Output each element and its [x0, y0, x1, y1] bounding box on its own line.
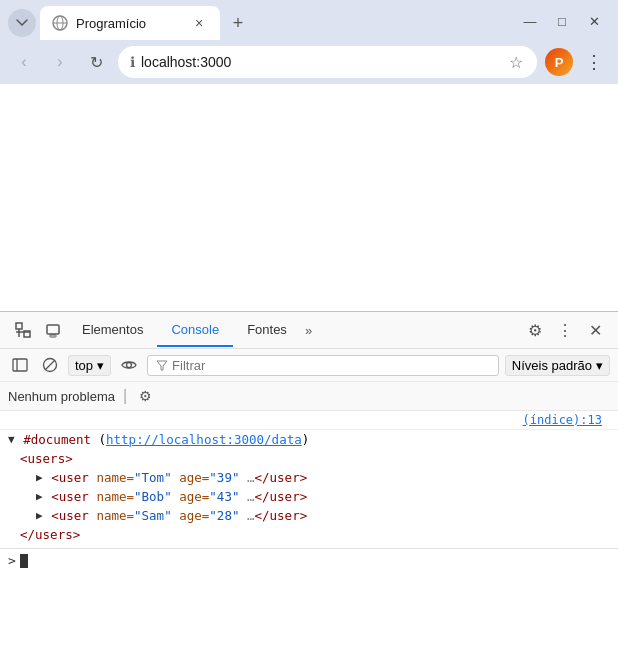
- browser-chrome: Programício × + — □ ✕ ‹ › ↻ ℹ localhost:…: [0, 0, 618, 84]
- document-toggle[interactable]: ▼: [8, 433, 21, 446]
- devtools-menu-btn[interactable]: ⋮: [550, 312, 580, 348]
- inspect-element-btn[interactable]: [8, 312, 38, 348]
- device-toggle-btn[interactable]: [38, 312, 68, 348]
- filter-input[interactable]: [172, 358, 490, 373]
- log-level-selector[interactable]: Níveis padrão ▾: [505, 355, 610, 376]
- document-link[interactable]: http://localhost:3000/data: [106, 432, 302, 447]
- console-input-row[interactable]: >: [0, 548, 618, 572]
- svg-marker-14: [157, 361, 167, 370]
- reload-btn[interactable]: ↻: [82, 48, 110, 76]
- svg-line-12: [45, 360, 55, 370]
- console-prompt: >: [8, 553, 16, 568]
- console-sidebar-btn[interactable]: [8, 353, 32, 377]
- close-window-btn[interactable]: ✕: [586, 14, 602, 29]
- page-content: [0, 84, 618, 311]
- tab-dropdown-btn[interactable]: [8, 9, 36, 37]
- users-close-row: </users>: [0, 525, 618, 544]
- devtools-panel: Elementos Console Fontes » ⚙ ⋮ ✕ top ▾: [0, 311, 618, 651]
- issues-settings-btn[interactable]: ⚙: [135, 386, 155, 406]
- tab-close-btn[interactable]: ×: [190, 14, 208, 32]
- bookmark-btn[interactable]: ☆: [507, 51, 525, 74]
- address-text: localhost:3000: [141, 54, 501, 70]
- window-controls: — □ ✕: [522, 14, 610, 33]
- document-row: ▼ #document (http://localhost:3000/data): [0, 430, 618, 449]
- more-tabs-btn[interactable]: »: [301, 315, 316, 346]
- user-2-toggle[interactable]: ▶: [36, 509, 49, 522]
- clear-console-btn[interactable]: [38, 353, 62, 377]
- console-cursor: [20, 554, 28, 568]
- context-selector[interactable]: top ▾: [68, 355, 111, 376]
- info-icon: ℹ: [130, 54, 135, 70]
- active-tab[interactable]: Programício ×: [40, 6, 220, 40]
- browser-menu-btn[interactable]: ⋮: [581, 49, 608, 75]
- devtools-issues-bar: Nenhum problema | ⚙: [0, 382, 618, 411]
- minimize-btn[interactable]: —: [522, 14, 538, 29]
- devtools-close-btn[interactable]: ✕: [580, 312, 610, 348]
- users-open-row: <users>: [0, 449, 618, 468]
- tab-fontes[interactable]: Fontes: [233, 314, 301, 347]
- console-index-ref[interactable]: (índice):13: [523, 413, 602, 427]
- back-btn[interactable]: ‹: [10, 48, 38, 76]
- svg-rect-8: [50, 335, 56, 337]
- tab-console[interactable]: Console: [157, 314, 233, 347]
- address-bar: ‹ › ↻ ℹ localhost:3000 ☆ P ⋮: [0, 40, 618, 84]
- svg-point-13: [127, 363, 132, 368]
- console-filter[interactable]: [147, 355, 499, 376]
- filter-icon: [156, 359, 168, 371]
- console-output: (índice):13 ▼ #document (http://localhos…: [0, 411, 618, 651]
- profile-btn[interactable]: P: [545, 48, 573, 76]
- user-0-toggle[interactable]: ▶: [36, 471, 49, 484]
- devtools-tab-bar: Elementos Console Fontes » ⚙ ⋮ ✕: [0, 312, 618, 349]
- user-1-toggle[interactable]: ▶: [36, 490, 49, 503]
- svg-rect-9: [13, 359, 27, 371]
- devtools-console-toolbar: top ▾ Níveis padrão ▾: [0, 349, 618, 382]
- user-row-1: ▶ <user name="Bob" age="43" … </user>: [0, 487, 618, 506]
- forward-btn[interactable]: ›: [46, 48, 74, 76]
- address-input-wrap[interactable]: ℹ localhost:3000 ☆: [118, 46, 537, 78]
- devtools-settings-btn[interactable]: ⚙: [520, 312, 550, 348]
- console-index-line: (índice):13: [0, 411, 618, 430]
- tab-bar: Programício × + — □ ✕: [0, 0, 618, 40]
- svg-rect-3: [16, 323, 22, 329]
- show-console-btn[interactable]: [117, 353, 141, 377]
- tab-favicon: [52, 15, 68, 31]
- users-open-tag: <users>: [20, 451, 73, 466]
- new-tab-btn[interactable]: +: [224, 9, 252, 37]
- user-row-0: ▶ <user name="Tom" age="39" … </user>: [0, 468, 618, 487]
- tab-elementos[interactable]: Elementos: [68, 314, 157, 347]
- issues-text: Nenhum problema: [8, 389, 115, 404]
- svg-rect-7: [47, 325, 59, 334]
- tab-title: Programício: [76, 16, 182, 31]
- users-close-tag: </users>: [20, 527, 80, 542]
- user-row-2: ▶ <user name="Sam" age="28" … </user>: [0, 506, 618, 525]
- maximize-btn[interactable]: □: [554, 14, 570, 29]
